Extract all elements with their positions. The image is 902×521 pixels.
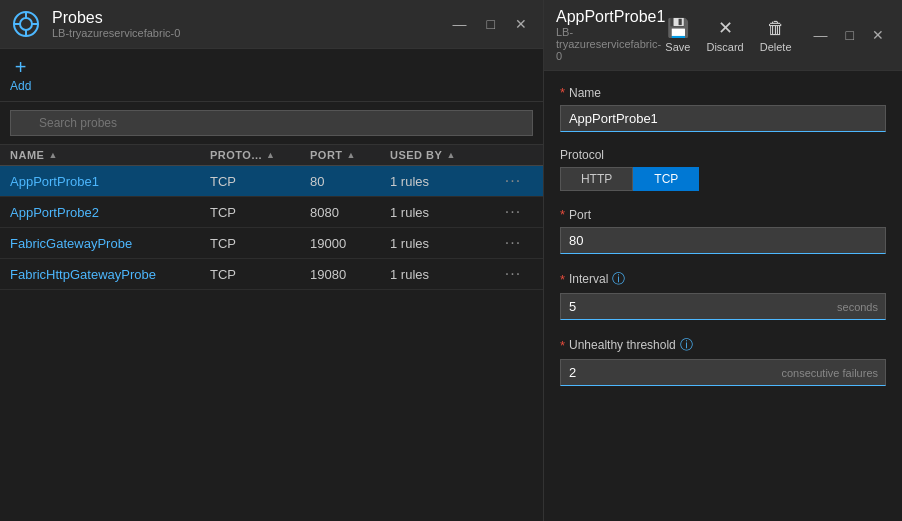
unhealthy-threshold-label: Unhealthy threshold: [569, 338, 676, 352]
delete-icon: 🗑: [767, 18, 785, 39]
row-port: 80: [310, 174, 390, 189]
table-header: NAME ▲ PROTO... ▲ PORT ▲ USED BY ▲: [0, 145, 543, 166]
port-required-star: *: [560, 207, 565, 222]
table-row[interactable]: FabricGatewayProbe TCP 19000 1 rules ···: [0, 228, 543, 259]
interval-required-star: *: [560, 272, 565, 287]
unhealthy-suffix: consecutive failures: [781, 367, 878, 379]
row-proto: TCP: [210, 174, 310, 189]
sort-name-icon: ▲: [48, 150, 57, 160]
table-body: AppPortProbe1 TCP 80 1 rules ··· AppPort…: [0, 166, 543, 521]
plus-icon: +: [15, 57, 27, 77]
left-titlebar: Probes LB-tryazureservicefabric-0 — □ ✕: [0, 0, 543, 49]
interval-field-group: * Interval ⓘ seconds: [560, 270, 886, 320]
maximize-button[interactable]: □: [480, 14, 500, 34]
discard-button[interactable]: ✕ Discard: [706, 17, 743, 53]
left-panel-subtitle: LB-tryazureservicefabric-0: [52, 27, 180, 39]
discard-label: Discard: [706, 41, 743, 53]
name-field-group: * Name: [560, 85, 886, 132]
row-used-by: 1 rules: [390, 267, 493, 282]
search-input[interactable]: [10, 110, 533, 136]
row-proto: TCP: [210, 236, 310, 251]
right-close-button[interactable]: ✕: [866, 25, 890, 45]
save-icon: 💾: [667, 17, 689, 39]
port-input[interactable]: [560, 227, 886, 254]
row-used-by: 1 rules: [390, 205, 493, 220]
name-label: Name: [569, 86, 601, 100]
left-panel: Probes LB-tryazureservicefabric-0 — □ ✕ …: [0, 0, 544, 521]
col-used-by[interactable]: USED BY ▲: [390, 149, 493, 161]
row-more-button[interactable]: ···: [493, 172, 533, 190]
right-titlebar: AppPortProbe1 LB-tryazureservicefabric-0…: [544, 0, 902, 71]
discard-icon: ✕: [718, 17, 733, 39]
row-used-by: 1 rules: [390, 174, 493, 189]
row-port: 19080: [310, 267, 390, 282]
protocol-field-group: Protocol HTTP TCP: [560, 148, 886, 191]
row-name: FabricGatewayProbe: [10, 236, 210, 251]
col-proto[interactable]: PROTO... ▲: [210, 149, 310, 161]
add-label: Add: [10, 79, 31, 93]
interval-suffix: seconds: [837, 301, 878, 313]
save-label: Save: [665, 41, 690, 53]
row-more-button[interactable]: ···: [493, 203, 533, 221]
row-port: 19000: [310, 236, 390, 251]
right-toolbar: 💾 Save ✕ Discard 🗑 Delete: [665, 17, 791, 53]
right-minimize-button[interactable]: —: [808, 25, 834, 45]
col-actions: [493, 149, 533, 161]
col-port[interactable]: PORT ▲: [310, 149, 390, 161]
search-bar: 🔍: [0, 102, 543, 145]
interval-info-icon: ⓘ: [612, 270, 625, 288]
port-field-group: * Port: [560, 207, 886, 254]
save-button[interactable]: 💾 Save: [665, 17, 690, 53]
table-row[interactable]: AppPortProbe2 TCP 8080 1 rules ···: [0, 197, 543, 228]
interval-label: Interval: [569, 272, 608, 286]
right-maximize-button[interactable]: □: [840, 25, 860, 45]
sort-usedby-icon: ▲: [446, 150, 455, 160]
row-proto: TCP: [210, 205, 310, 220]
protocol-toggle: HTTP TCP: [560, 167, 886, 191]
add-probe-button[interactable]: + Add: [10, 57, 31, 93]
svg-point-1: [20, 18, 32, 30]
right-form-content: * Name Protocol HTTP TCP * Port: [544, 71, 902, 521]
row-more-button[interactable]: ···: [493, 265, 533, 283]
right-panel: AppPortProbe1 LB-tryazureservicefabric-0…: [544, 0, 902, 521]
close-button[interactable]: ✕: [509, 14, 533, 34]
right-window-controls: — □ ✕: [808, 25, 890, 45]
unhealthy-threshold-field-group: * Unhealthy threshold ⓘ consecutive fail…: [560, 336, 886, 386]
row-more-button[interactable]: ···: [493, 234, 533, 252]
unhealthy-info-icon: ⓘ: [680, 336, 693, 354]
row-name: AppPortProbe2: [10, 205, 210, 220]
col-name[interactable]: NAME ▲: [10, 149, 210, 161]
port-label: Port: [569, 208, 591, 222]
name-input[interactable]: [560, 105, 886, 132]
right-panel-subtitle: LB-tryazureservicefabric-0: [556, 26, 665, 62]
right-panel-title: AppPortProbe1: [556, 8, 665, 26]
table-row[interactable]: FabricHttpGatewayProbe TCP 19080 1 rules…: [0, 259, 543, 290]
row-port: 8080: [310, 205, 390, 220]
table-row[interactable]: AppPortProbe1 TCP 80 1 rules ···: [0, 166, 543, 197]
left-panel-title: Probes: [52, 9, 180, 27]
row-name: AppPortProbe1: [10, 174, 210, 189]
row-name: FabricHttpGatewayProbe: [10, 267, 210, 282]
left-window-controls: — □ ✕: [446, 14, 532, 34]
row-proto: TCP: [210, 267, 310, 282]
minimize-button[interactable]: —: [446, 14, 472, 34]
left-toolbar: + Add: [0, 49, 543, 102]
sort-port-icon: ▲: [347, 150, 356, 160]
row-used-by: 1 rules: [390, 236, 493, 251]
protocol-label: Protocol: [560, 148, 604, 162]
http-protocol-button[interactable]: HTTP: [560, 167, 633, 191]
delete-label: Delete: [760, 41, 792, 53]
name-required-star: *: [560, 85, 565, 100]
probes-icon: [10, 8, 42, 40]
unhealthy-required-star: *: [560, 338, 565, 353]
sort-proto-icon: ▲: [266, 150, 275, 160]
delete-button[interactable]: 🗑 Delete: [760, 18, 792, 53]
tcp-protocol-button[interactable]: TCP: [633, 167, 699, 191]
